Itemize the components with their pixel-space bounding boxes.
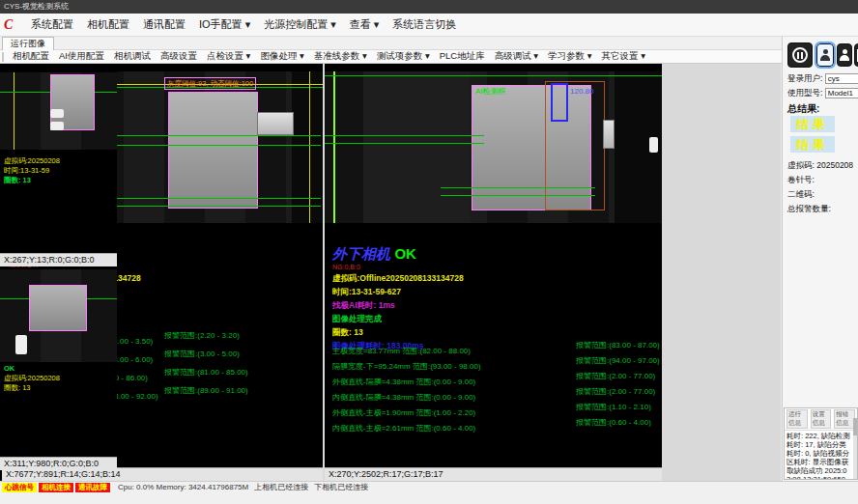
tool-test-params[interactable]: 测试项参数 ▾ [372, 50, 435, 63]
overlay-line: 时间:13-31-59 [0, 166, 60, 176]
tool-ai-config[interactable]: AI使用配置 [54, 50, 109, 63]
detected-part-outline [29, 285, 87, 331]
measurement-text: 主极宽度=83.77mm 范围:(82.00 - 88.00) [332, 347, 471, 355]
menu-comm-config[interactable]: 通讯配置 [136, 17, 192, 32]
bright-spot [649, 137, 658, 153]
ai-detect-value: 120.80 [570, 87, 593, 96]
log-text: 耗时: 222, 缺陷检测耗时: 17, 缺陷分类耗时: 0, 缺陷视频分区耗时… [785, 431, 857, 480]
tool-baseline-params[interactable]: 基准线参数 ▾ [309, 50, 372, 63]
tool-camera-debug[interactable]: 相机调试 [109, 50, 156, 63]
alarm-range-text: 报警范围:(0.60 - 4.00) [576, 417, 651, 428]
measurement-row: 主极宽度=83.77mm 范围:(82.00 - 88.00) 报警范围:(83… [332, 340, 660, 351]
overlay-line: 圈数: 13 [0, 176, 60, 185]
tab-run-image[interactable]: 运行图像 [2, 37, 54, 50]
menubar: C 系统配置 相机配置 通讯配置 IO手配置 ▾ 光源控制配置 ▾ 查看 ▾ 系… [0, 14, 858, 37]
measurement-text: 外侧直线-主极=1.90mm 范围:(1.00 - 2.20) [332, 408, 475, 417]
measurement-row: 外侧直线-主极=1.90mm 范围:(1.00 - 2.20) 报警范围:(1.… [332, 402, 660, 413]
result-indicator-1: 结果 [790, 116, 835, 132]
small-view-1-overlay: 虚拟码:20250208 时间:13-31-59 圈数: 13 [0, 156, 60, 185]
tool-advanced-settings[interactable]: 高级设置 [156, 50, 202, 63]
ai-box-label: AI检测框 [475, 86, 506, 97]
qr-code-label: 二维码: [787, 189, 815, 201]
model-field[interactable]: Model1 [825, 88, 858, 98]
total-result-label: 总结果: [787, 103, 819, 114]
time-text: 时间:13-31-59-627 [332, 285, 464, 298]
login-user-button[interactable] [816, 43, 834, 67]
measurement-text: 隔膜宽度-下=95.24mm 范围:(93.00 - 98.00) [332, 362, 481, 371]
alarm-range-text: 报警范围:(1.10 - 2.10) [576, 402, 651, 412]
window-title: CYS-视觉检测系统 [4, 2, 69, 11]
tool-advanced-debug[interactable]: 高级调试 ▾ [490, 50, 543, 63]
log-tab-run[interactable]: 运行信息 [786, 409, 808, 429]
log-scrollbar[interactable] [853, 418, 857, 480]
detected-part-outline [168, 92, 258, 209]
alarm-range-text: 报警范围:(83.00 - 87.00) [576, 340, 660, 350]
pixel-coords-bar: X:267;Y:13;R:0;G:0;B:0 [0, 253, 117, 266]
camera-image-lower[interactable]: AI检测框 120.80 [325, 71, 662, 223]
measurement-text: 内侧直线-隔膜=4.38mm 范围:(0.00 - 9.00) [332, 393, 475, 402]
login-user-label: 登录用户: [787, 73, 822, 83]
menu-camera-config[interactable]: 相机配置 [80, 17, 136, 32]
tool-image-processing[interactable]: 图像处理 ▾ [255, 50, 308, 63]
small-views-column: 虚拟码:20250208 时间:13-31-59 圈数: 13 X:267;Y:… [0, 64, 117, 481]
status-ok: OK [0, 364, 60, 374]
overlay-line: 虚拟码:20250208 [0, 156, 60, 166]
measurement-text: 外侧直线-隔膜=4.38mm 范围:(0.00 - 9.00) [332, 378, 475, 386]
alarm-range-text: 报警范围:(81.00 - 85.00) [164, 367, 248, 378]
pause-icon [792, 47, 808, 63]
user-icon [820, 49, 830, 61]
pause-button[interactable] [787, 42, 813, 68]
alarm-range-text: 报警范围:(2.00 - 77.00) [576, 371, 655, 381]
small-camera-image-1[interactable] [0, 72, 117, 150]
exit-button[interactable] [854, 43, 858, 67]
alarm-range-text: 报警范围:(3.00 - 5.00) [164, 349, 240, 359]
measurement-row: 外侧直线-隔膜=4.38mm 范围:(0.00 - 9.00) 报警范围:(2.… [332, 371, 660, 382]
menu-system-config[interactable]: 系统配置 [24, 17, 80, 32]
pixel-coords-bar: X:270;Y:2502;R:17;G:17;B:17 [325, 467, 662, 481]
tab-strip: 运行图像 [0, 37, 858, 50]
lower-camera-status: 下相机已经连接 [314, 483, 368, 492]
threshold-overlay-label: 灰度阈值:93, 动态阈值:100 [164, 77, 256, 90]
camera-title: 外下相机 [332, 245, 390, 262]
user-icon [840, 49, 849, 61]
log-tab-errors[interactable]: 报错信息 [834, 409, 855, 429]
small-camera-view-2: OK 虚拟码:20250208 圈数: 13 X:311;Y:980;R:0;G… [0, 267, 117, 470]
measurement-row: 隔膜宽度-下=95.24mm 范围:(93.00 - 98.00) 报警范围:(… [332, 355, 660, 367]
tool-plc-address[interactable]: PLC地址库 [435, 50, 490, 63]
statusbar: 心跳信号 相机连接 通讯故障 Cpu: 0.0% Memory: 3424.41… [0, 481, 858, 504]
heartbeat-badge: 心跳信号 [2, 483, 37, 492]
app-logo-icon: C [4, 17, 18, 32]
process-done-text: 图像处理完成 [332, 312, 464, 325]
virtual-code-label: 虚拟码: [787, 160, 815, 170]
tool-camera-config[interactable]: 相机配置 [8, 50, 54, 63]
result-indicator-2: 结果 [790, 136, 835, 153]
ai-elapsed-text: 找极AI耗时: 1ms [332, 298, 464, 312]
tool-learning-params[interactable]: 学习参数 ▾ [543, 50, 596, 63]
menu-light-config[interactable]: 光源控制配置 ▾ [257, 17, 343, 32]
menu-language-switch[interactable]: 系统语言切换 [386, 17, 463, 32]
tool-spotcheck-settings[interactable]: 点检设置 ▾ [202, 50, 255, 63]
status-ok: OK [394, 245, 416, 262]
menu-view[interactable]: 查看 ▾ [343, 17, 386, 32]
menu-io-config[interactable]: IO手配置 ▾ [192, 17, 257, 32]
window-titlebar: CYS-视觉检测系统 [0, 0, 858, 14]
overlay-line: 虚拟码:20250208 [0, 374, 60, 383]
log-tab-settings[interactable]: 设置信息 [811, 409, 832, 429]
measurement-row: 内侧直线-隔膜=4.38mm 范围:(0.00 - 9.00) 报警范围:(2.… [332, 386, 660, 398]
small-camera-view-1: 虚拟码:20250208 时间:13-31-59 圈数: 13 X:267;Y:… [0, 64, 117, 266]
tool-other-settings[interactable]: 其它设置 ▾ [597, 50, 650, 63]
ng-count-text: NG:0,B:0 [332, 264, 464, 271]
toolbar: 相机配置 AI使用配置 相机调试 高级设置 点检设置 ▾ 图像处理 ▾ 基准线参… [0, 50, 858, 64]
small-view-2-overlay: OK 虚拟码:20250208 圈数: 13 [0, 364, 60, 393]
small-camera-image-2[interactable] [0, 269, 117, 362]
camera-info-lower: 外下相机 OK NG:0,B:0 虚拟码:Offline202502081331… [332, 245, 464, 352]
switch-user-button[interactable] [837, 43, 852, 67]
comm-fault-badge: 通讯故障 [75, 483, 110, 492]
pixel-coords-bar: X:311;Y:980;R:0;G:0;B:0 [0, 457, 117, 470]
log-tabs: 运行信息 设置信息 报错信息 [785, 408, 857, 431]
log-panel: 运行信息 设置信息 报错信息 耗时: 222, 缺陷检测耗时: 17, 缺陷分类… [784, 407, 858, 480]
camera-connect-badge: 相机连接 [39, 483, 73, 492]
login-user-field[interactable]: cys [825, 73, 858, 84]
upper-camera-status: 上相机已经连接 [254, 483, 308, 492]
app-window: CYS-视觉检测系统 C 系统配置 相机配置 通讯配置 IO手配置 ▾ 光源控制… [0, 0, 858, 504]
